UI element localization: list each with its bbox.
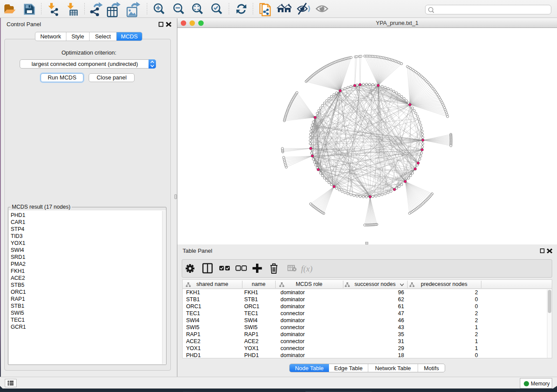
svg-text:f(x): f(x) <box>301 264 312 274</box>
